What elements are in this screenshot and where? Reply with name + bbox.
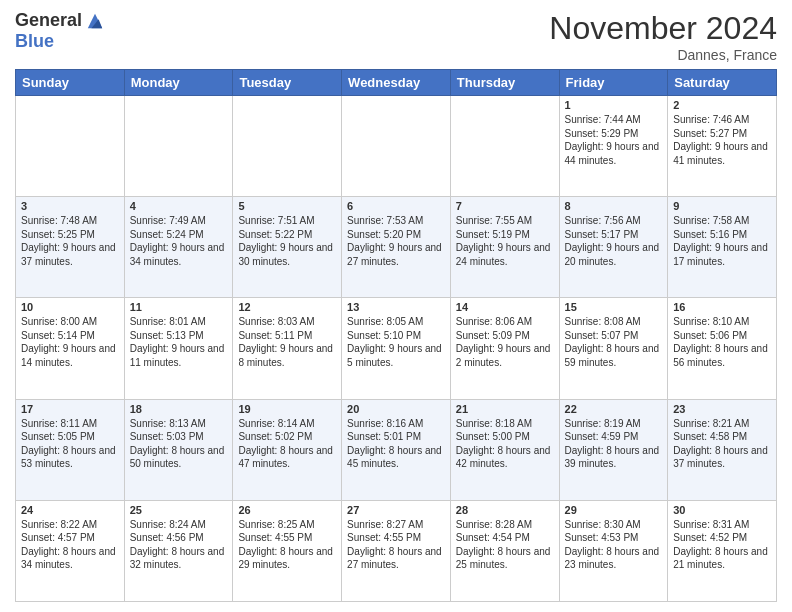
day-info: Sunrise: 7:44 AM Sunset: 5:29 PM Dayligh… xyxy=(565,113,663,167)
table-row: 1Sunrise: 7:44 AM Sunset: 5:29 PM Daylig… xyxy=(559,96,668,197)
day-number: 2 xyxy=(673,99,771,111)
table-row: 26Sunrise: 8:25 AM Sunset: 4:55 PM Dayli… xyxy=(233,500,342,601)
table-row: 28Sunrise: 8:28 AM Sunset: 4:54 PM Dayli… xyxy=(450,500,559,601)
table-row: 22Sunrise: 8:19 AM Sunset: 4:59 PM Dayli… xyxy=(559,399,668,500)
day-number: 10 xyxy=(21,301,119,313)
day-number: 8 xyxy=(565,200,663,212)
col-monday: Monday xyxy=(124,70,233,96)
table-row: 8Sunrise: 7:56 AM Sunset: 5:17 PM Daylig… xyxy=(559,197,668,298)
day-number: 28 xyxy=(456,504,554,516)
table-row: 18Sunrise: 8:13 AM Sunset: 5:03 PM Dayli… xyxy=(124,399,233,500)
table-row: 2Sunrise: 7:46 AM Sunset: 5:27 PM Daylig… xyxy=(668,96,777,197)
table-row: 24Sunrise: 8:22 AM Sunset: 4:57 PM Dayli… xyxy=(16,500,125,601)
table-row xyxy=(124,96,233,197)
table-row xyxy=(342,96,451,197)
day-number: 17 xyxy=(21,403,119,415)
table-row: 7Sunrise: 7:55 AM Sunset: 5:19 PM Daylig… xyxy=(450,197,559,298)
table-row: 5Sunrise: 7:51 AM Sunset: 5:22 PM Daylig… xyxy=(233,197,342,298)
day-number: 13 xyxy=(347,301,445,313)
table-row: 21Sunrise: 8:18 AM Sunset: 5:00 PM Dayli… xyxy=(450,399,559,500)
day-info: Sunrise: 8:08 AM Sunset: 5:07 PM Dayligh… xyxy=(565,315,663,369)
day-number: 23 xyxy=(673,403,771,415)
table-row: 17Sunrise: 8:11 AM Sunset: 5:05 PM Dayli… xyxy=(16,399,125,500)
day-number: 3 xyxy=(21,200,119,212)
day-number: 6 xyxy=(347,200,445,212)
logo: General Blue xyxy=(15,10,104,52)
table-row: 29Sunrise: 8:30 AM Sunset: 4:53 PM Dayli… xyxy=(559,500,668,601)
col-saturday: Saturday xyxy=(668,70,777,96)
location: Dannes, France xyxy=(549,47,777,63)
day-info: Sunrise: 8:05 AM Sunset: 5:10 PM Dayligh… xyxy=(347,315,445,369)
table-row: 12Sunrise: 8:03 AM Sunset: 5:11 PM Dayli… xyxy=(233,298,342,399)
day-info: Sunrise: 8:06 AM Sunset: 5:09 PM Dayligh… xyxy=(456,315,554,369)
day-info: Sunrise: 8:21 AM Sunset: 4:58 PM Dayligh… xyxy=(673,417,771,471)
day-info: Sunrise: 8:13 AM Sunset: 5:03 PM Dayligh… xyxy=(130,417,228,471)
table-row: 3Sunrise: 7:48 AM Sunset: 5:25 PM Daylig… xyxy=(16,197,125,298)
day-number: 25 xyxy=(130,504,228,516)
day-info: Sunrise: 8:24 AM Sunset: 4:56 PM Dayligh… xyxy=(130,518,228,572)
table-row: 25Sunrise: 8:24 AM Sunset: 4:56 PM Dayli… xyxy=(124,500,233,601)
day-info: Sunrise: 8:19 AM Sunset: 4:59 PM Dayligh… xyxy=(565,417,663,471)
calendar-table: Sunday Monday Tuesday Wednesday Thursday… xyxy=(15,69,777,602)
table-row: 27Sunrise: 8:27 AM Sunset: 4:55 PM Dayli… xyxy=(342,500,451,601)
calendar-week-row: 1Sunrise: 7:44 AM Sunset: 5:29 PM Daylig… xyxy=(16,96,777,197)
day-number: 29 xyxy=(565,504,663,516)
table-row: 13Sunrise: 8:05 AM Sunset: 5:10 PM Dayli… xyxy=(342,298,451,399)
table-row: 20Sunrise: 8:16 AM Sunset: 5:01 PM Dayli… xyxy=(342,399,451,500)
col-tuesday: Tuesday xyxy=(233,70,342,96)
day-info: Sunrise: 8:25 AM Sunset: 4:55 PM Dayligh… xyxy=(238,518,336,572)
logo-icon xyxy=(86,12,104,30)
logo-general: General xyxy=(15,10,82,31)
day-number: 27 xyxy=(347,504,445,516)
day-number: 22 xyxy=(565,403,663,415)
header: General Blue November 2024 Dannes, Franc… xyxy=(15,10,777,63)
day-number: 30 xyxy=(673,504,771,516)
table-row xyxy=(450,96,559,197)
day-info: Sunrise: 7:53 AM Sunset: 5:20 PM Dayligh… xyxy=(347,214,445,268)
month-title: November 2024 xyxy=(549,10,777,47)
calendar-week-row: 17Sunrise: 8:11 AM Sunset: 5:05 PM Dayli… xyxy=(16,399,777,500)
day-number: 21 xyxy=(456,403,554,415)
calendar-week-row: 10Sunrise: 8:00 AM Sunset: 5:14 PM Dayli… xyxy=(16,298,777,399)
col-friday: Friday xyxy=(559,70,668,96)
day-number: 14 xyxy=(456,301,554,313)
day-number: 4 xyxy=(130,200,228,212)
title-section: November 2024 Dannes, France xyxy=(549,10,777,63)
day-info: Sunrise: 8:00 AM Sunset: 5:14 PM Dayligh… xyxy=(21,315,119,369)
col-thursday: Thursday xyxy=(450,70,559,96)
day-number: 16 xyxy=(673,301,771,313)
table-row: 19Sunrise: 8:14 AM Sunset: 5:02 PM Dayli… xyxy=(233,399,342,500)
day-info: Sunrise: 8:14 AM Sunset: 5:02 PM Dayligh… xyxy=(238,417,336,471)
table-row: 23Sunrise: 8:21 AM Sunset: 4:58 PM Dayli… xyxy=(668,399,777,500)
day-number: 18 xyxy=(130,403,228,415)
day-info: Sunrise: 7:49 AM Sunset: 5:24 PM Dayligh… xyxy=(130,214,228,268)
table-row: 11Sunrise: 8:01 AM Sunset: 5:13 PM Dayli… xyxy=(124,298,233,399)
page: General Blue November 2024 Dannes, Franc… xyxy=(0,0,792,612)
calendar-header-row: Sunday Monday Tuesday Wednesday Thursday… xyxy=(16,70,777,96)
col-sunday: Sunday xyxy=(16,70,125,96)
col-wednesday: Wednesday xyxy=(342,70,451,96)
day-number: 1 xyxy=(565,99,663,111)
day-info: Sunrise: 8:22 AM Sunset: 4:57 PM Dayligh… xyxy=(21,518,119,572)
day-info: Sunrise: 7:48 AM Sunset: 5:25 PM Dayligh… xyxy=(21,214,119,268)
day-info: Sunrise: 8:18 AM Sunset: 5:00 PM Dayligh… xyxy=(456,417,554,471)
day-info: Sunrise: 7:56 AM Sunset: 5:17 PM Dayligh… xyxy=(565,214,663,268)
day-number: 7 xyxy=(456,200,554,212)
table-row: 6Sunrise: 7:53 AM Sunset: 5:20 PM Daylig… xyxy=(342,197,451,298)
day-info: Sunrise: 8:16 AM Sunset: 5:01 PM Dayligh… xyxy=(347,417,445,471)
table-row: 16Sunrise: 8:10 AM Sunset: 5:06 PM Dayli… xyxy=(668,298,777,399)
logo-blue: Blue xyxy=(15,31,54,52)
day-info: Sunrise: 7:58 AM Sunset: 5:16 PM Dayligh… xyxy=(673,214,771,268)
day-info: Sunrise: 8:11 AM Sunset: 5:05 PM Dayligh… xyxy=(21,417,119,471)
day-number: 11 xyxy=(130,301,228,313)
table-row: 30Sunrise: 8:31 AM Sunset: 4:52 PM Dayli… xyxy=(668,500,777,601)
calendar-week-row: 3Sunrise: 7:48 AM Sunset: 5:25 PM Daylig… xyxy=(16,197,777,298)
day-info: Sunrise: 8:30 AM Sunset: 4:53 PM Dayligh… xyxy=(565,518,663,572)
table-row: 14Sunrise: 8:06 AM Sunset: 5:09 PM Dayli… xyxy=(450,298,559,399)
day-number: 5 xyxy=(238,200,336,212)
day-number: 12 xyxy=(238,301,336,313)
day-info: Sunrise: 8:01 AM Sunset: 5:13 PM Dayligh… xyxy=(130,315,228,369)
day-info: Sunrise: 7:51 AM Sunset: 5:22 PM Dayligh… xyxy=(238,214,336,268)
logo-text: General xyxy=(15,10,104,31)
table-row: 15Sunrise: 8:08 AM Sunset: 5:07 PM Dayli… xyxy=(559,298,668,399)
